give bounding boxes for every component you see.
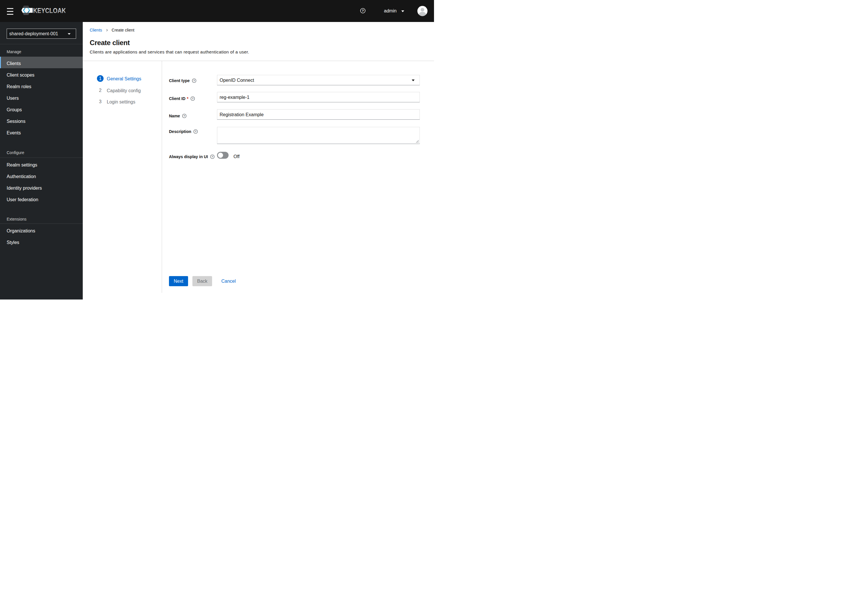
svg-text:?: ? (195, 130, 196, 133)
svg-text:?: ? (192, 97, 193, 100)
svg-text:?: ? (362, 9, 364, 12)
svg-text:?: ? (193, 79, 195, 82)
svg-text:?: ? (183, 114, 185, 117)
svg-text:?: ? (211, 155, 213, 158)
svg-text:KEYCLOAK: KEYCLOAK (33, 7, 66, 15)
